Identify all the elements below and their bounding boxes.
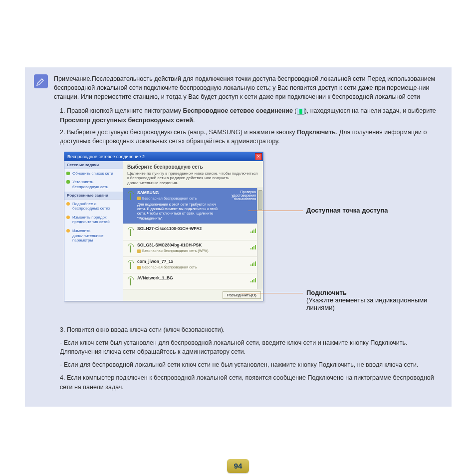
note-text: Примечание.Последовательность действий д… [54,74,443,101]
dash-1: - Если ключ сети был установлен для бесп… [60,338,443,356]
network-list: SAMSUNG Безопасная беспроводная сеть Для… [123,188,263,289]
after-steps: 3. Появится окно ввода ключа сети (ключ … [60,325,443,392]
signal-bars-icon [250,261,256,266]
sidebar-item-learn[interactable]: Подробнее о беспроводных сетях [64,200,123,213]
scroll-thumb[interactable] [258,190,262,210]
steps-list: 1. Правой кнопкой щелкните пиктограмму Б… [60,106,443,146]
antenna-icon [126,242,134,253]
figure-area: Беспроводное сетевое соединение 2 × Сете… [64,152,443,321]
antenna-icon [126,190,134,201]
network-item-selected[interactable]: SAMSUNG Безопасная беспроводная сеть Для… [123,188,263,225]
callout-connect: Подключить (Укажите элементы за индикаци… [306,289,436,311]
main-title: Выберите беспроводную сеть [127,164,259,170]
step-2: 2. Выберите доступную беспроводную сеть … [60,128,443,146]
step-3: 3. Появится окно ввода ключа сети (ключ … [60,325,443,334]
callout-access-point: Доступная точка доступа [306,207,388,214]
sidebar-item-order[interactable]: Изменить порядок предпочтения сетей [64,213,123,227]
lock-icon [137,266,141,269]
dash-2: - Если для беспроводной локальной сети к… [60,360,443,369]
wireless-tray-icon [297,108,305,115]
network-name: SAMSUNG [137,190,223,195]
signal-bars-icon [250,277,256,282]
callout-line-1 [248,211,303,211]
antenna-icon [126,275,134,286]
close-icon[interactable]: × [255,153,262,160]
network-item[interactable]: AVNetwork_1_BG [123,273,263,289]
signal-bars-icon [250,228,256,233]
note-icon [34,74,48,88]
sidebar-heading-1: Сетевые задачи [64,161,123,169]
network-status: Проверка удостоверения пользователя [226,190,256,201]
sidebar-item-setup[interactable]: Установить беспроводную сеть [64,178,123,191]
lock-icon [137,249,141,253]
main-subtitle: Щелкните по пункту в приведенном ниже сп… [127,171,259,186]
sidebar-item-refresh[interactable]: Обновить список сети [64,169,123,178]
wireless-window: Беспроводное сетевое соединение 2 × Сете… [64,152,263,301]
window-title: Беспроводное сетевое соединение 2 [67,154,145,159]
document-panel: Примечание.Последовательность действий д… [25,67,452,407]
antenna-icon [126,259,134,270]
sidebar-heading-2: Родственные задачи [64,192,123,200]
window-titlebar[interactable]: Беспроводное сетевое соединение 2 × [64,152,263,161]
signal-bars-icon [250,244,256,249]
network-item[interactable]: com_jiwon_77_1x Безопасная беспроводная … [123,257,263,273]
lock-icon [137,197,141,200]
window-sidebar: Сетевые задачи Обновить список сети Уста… [64,161,123,301]
callout-line-2 [240,293,303,293]
sidebar-item-advanced[interactable]: Изменить дополнительные параметры [64,227,123,245]
window-main: Выберите беспроводную сеть Щелкните по п… [123,161,263,301]
step-4: 4. Если компьютер подключен к беспроводн… [60,373,443,391]
antenna-icon [126,226,134,237]
page-number: 94 [227,459,249,473]
scrollbar[interactable] [257,188,263,289]
network-desc: Для подключения к этой сети требуется кл… [137,202,223,221]
network-item[interactable]: SOLH27-Cisco1100-01CH-WPA2 [123,224,263,240]
network-item[interactable]: SOLG31-SMC2804bg-01CH-PSK Безопасная бес… [123,240,263,257]
step-1: 1. Правой кнопкой щелкните пиктограмму Б… [60,106,443,124]
